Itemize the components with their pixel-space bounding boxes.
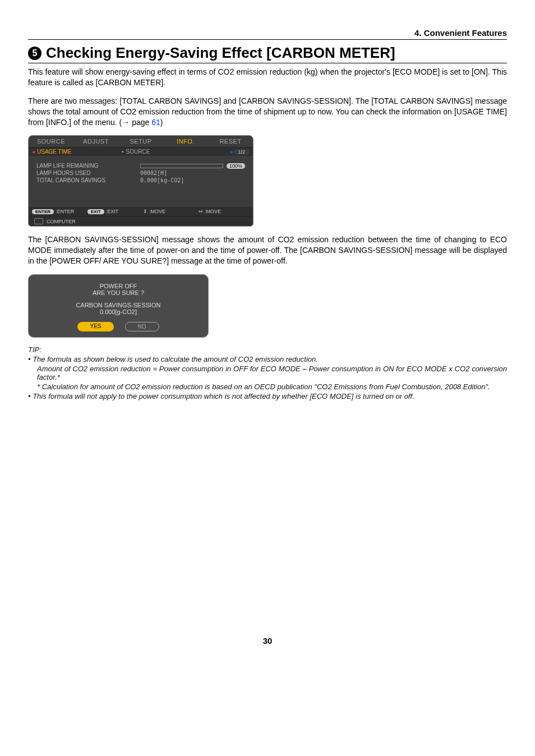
osd-enter-label: :ENTER — [56, 209, 74, 214]
enter-pill-icon: ENTER — [32, 209, 54, 214]
dialog-line-3: CARBON SAVINGS-SESSION — [34, 302, 202, 308]
paragraph-2: There are two messages: [TOTAL CARBON SA… — [28, 96, 507, 128]
updown-arrow-icon: ⇕ — [143, 209, 147, 214]
section-number-icon: 5 — [28, 47, 41, 60]
osd-content: LAMP LIFE REMAINING 100% LAMP HOURS USED… — [29, 156, 253, 207]
section-heading: 5 Checking Energy-Saving Effect [CARBON … — [28, 44, 507, 63]
paragraph-2-pre: There are two messages: [TOTAL CARBON SA… — [28, 96, 507, 127]
projector-icon — [34, 218, 43, 224]
tip-bullet-1: The formula as shown below is used to ca… — [28, 355, 507, 363]
dialog-line-2: ARE YOU SURE ? — [34, 289, 202, 296]
osd-sub-left: USAGE TIME — [37, 149, 72, 155]
osd-lamp-life-badge: 100% — [227, 163, 245, 169]
osd-lamp-life-label: LAMP LIFE REMAINING — [36, 163, 140, 169]
dialog-yes-button: YES — [77, 322, 113, 331]
dialog-line-4: 0.000[g-CO2] — [34, 308, 202, 315]
osd-menu-screenshot: SOURCE ADJUST SETUP INFO. RESET ◂ USAGE … — [28, 135, 253, 227]
leftright-arrow-icon: ⇔ — [199, 209, 203, 214]
paragraph-2-post: ) — [160, 118, 163, 127]
page-number: 30 — [28, 636, 507, 646]
osd-sub-bullet: • — [122, 149, 124, 155]
dialog-no-button: NO — [125, 322, 159, 331]
poweroff-dialog-screenshot: POWER OFF ARE YOU SURE ? CARBON SAVINGS-… — [28, 274, 209, 338]
dialog-line-1: POWER OFF — [34, 283, 202, 289]
osd-tab-info: INFO. — [163, 136, 208, 147]
osd-tab-source: SOURCE — [29, 136, 73, 147]
progress-bar-icon — [140, 164, 223, 168]
osd-source-label: COMPUTER — [47, 219, 76, 224]
osd-tabs: SOURCE ADJUST SETUP INFO. RESET — [29, 136, 253, 147]
osd-subrow: ◂ USAGE TIME • SOURCE ▸ 1/2 — [29, 147, 253, 156]
page-link-61[interactable]: 61 — [151, 118, 160, 127]
osd-page-indicator: 1/2 — [233, 149, 250, 155]
osd-footer-2: COMPUTER — [29, 216, 253, 226]
osd-carbon-label: TOTAL CARBON SAVINGS — [36, 177, 140, 183]
tip-line-2: Amount of CO2 emission reduction = Power… — [28, 365, 507, 381]
paragraph-3: The [CARBON SAVINGS-SESSION] message sho… — [28, 234, 507, 266]
osd-move-label-2: :MOVE — [205, 209, 221, 214]
section-title-text: Checking Energy-Saving Effect [CARBON ME… — [46, 44, 395, 62]
tip-star: * Calculation for amount of CO2 emission… — [28, 382, 507, 391]
osd-footer: ENTER :ENTER EXIT :EXIT ⇕ :MOVE ⇔ :MOVE — [29, 207, 253, 216]
osd-sub-mid: SOURCE — [126, 149, 150, 155]
header-rule: 4. Convenient Features — [28, 28, 507, 40]
paragraph-1: This feature will show energy-saving eff… — [28, 67, 507, 88]
tip-block: TIP: The formula as shown below is used … — [28, 345, 507, 400]
osd-tab-setup: SETUP — [118, 136, 163, 147]
osd-move-label-1: :MOVE — [149, 209, 165, 214]
section-label: 4. Convenient Features — [414, 28, 507, 38]
osd-lamp-hours-label: LAMP HOURS USED — [36, 170, 140, 176]
tip-bullet-2: This formula will not apply to the power… — [28, 392, 507, 400]
triangle-left-icon: ◂ — [32, 149, 35, 155]
osd-exit-label: :EXIT — [106, 209, 119, 214]
osd-tab-reset: RESET — [208, 136, 253, 147]
exit-pill-icon: EXIT — [87, 209, 104, 214]
osd-lamp-hours-value: 00002[H] — [140, 170, 245, 176]
osd-carbon-value: 0.000[kg-CO2] — [140, 177, 245, 183]
osd-tab-adjust: ADJUST — [73, 136, 118, 147]
tip-heading: TIP: — [28, 345, 507, 354]
dialog-buttons: YES NO — [34, 322, 202, 331]
